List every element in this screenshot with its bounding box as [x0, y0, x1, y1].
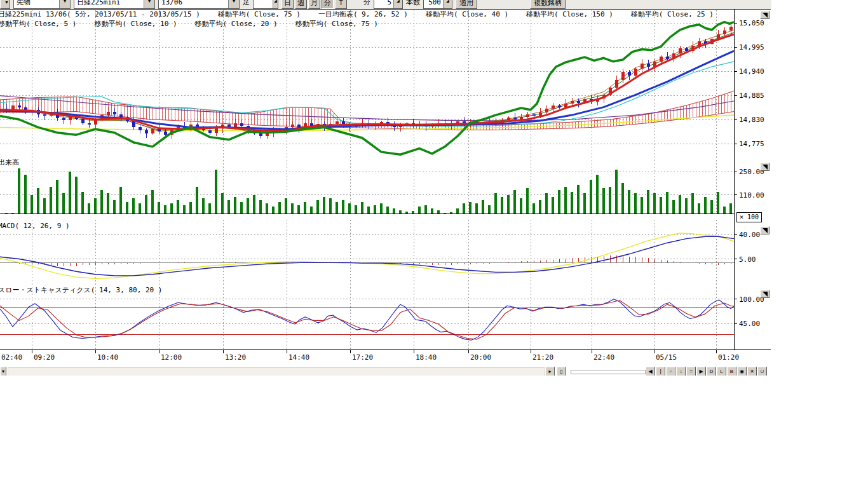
interval-button-group: 日週月分T: [281, 0, 347, 9]
indicator-label: 移動平均( Close, 10 ): [94, 20, 177, 28]
x-tick-label: 18:40: [416, 353, 437, 362]
zoom-slider-track[interactable]: [571, 370, 646, 374]
chevron-down-icon[interactable]: ▼: [228, 0, 239, 8]
indicator-label: 移動平均( Close, 25 ): [631, 10, 714, 18]
interval-button-週[interactable]: 週: [295, 0, 307, 9]
macd-panel-menu-button[interactable]: [760, 226, 770, 234]
stochastics-panel-menu-button[interactable]: [760, 290, 770, 298]
contract-select-value: 13/06: [159, 0, 201, 6]
toolbar-partial-dropdown-button[interactable]: ▼: [0, 0, 10, 9]
volume-panel-menu-button[interactable]: [760, 163, 770, 171]
chart-tool-button-12[interactable]: U: [757, 367, 767, 376]
y-tick-label: 14,995: [739, 43, 764, 51]
apply-button[interactable]: 適用: [456, 0, 477, 9]
chart-tool-button-3[interactable]: ▫: [666, 367, 675, 376]
interval-button-T[interactable]: T: [335, 0, 347, 9]
x-tick-label: 21:20: [532, 353, 553, 362]
spinner-icon[interactable]: ◢: [393, 0, 402, 8]
chart-tool-button-8[interactable]: L: [717, 367, 726, 376]
minute-label: 分: [363, 0, 370, 9]
market-select-value: 先物: [14, 0, 56, 7]
x-tick-label: 14:40: [288, 353, 309, 362]
x-tick-label: 17:20: [352, 353, 373, 362]
y-tick-label: 15,050: [739, 19, 764, 27]
chevron-down-icon[interactable]: ▼: [59, 0, 70, 8]
price-panel-menu-button[interactable]: [760, 11, 770, 19]
x-tick-label: 05/15: [656, 353, 677, 362]
legend-row-1: 日経225mini 13/06( 5分, 2013/05/11 - 2013/0…: [0, 10, 731, 19]
indicator-label: 移動平均( Close, 150 ): [526, 10, 613, 18]
chart-tool-button-7[interactable]: D: [707, 367, 716, 376]
volume-multiplier-badge: × 100: [736, 212, 762, 222]
chart-tool-button-10[interactable]: ◉: [737, 367, 747, 376]
indicator-label: 一目均衡表( 9, 26, 52 ): [318, 10, 408, 18]
x-tick-label: 02:40: [1, 353, 22, 362]
triangle-icon: [763, 165, 768, 170]
indicator-label: 移動平均( Close, 20 ): [195, 20, 278, 28]
contract-select[interactable]: 13/06 ▼: [158, 0, 240, 9]
chart-tool-button-1[interactable]: ◀: [646, 367, 655, 376]
bar-count-input[interactable]: 500 ◢: [423, 0, 452, 9]
triangle-icon: [763, 13, 768, 18]
chart-tool-button-6[interactable]: ▶: [696, 367, 706, 376]
y-tick-label: 14,885: [739, 92, 764, 100]
y-tick-label: 5.00: [739, 255, 756, 264]
y-tick-label: 14,775: [739, 140, 764, 148]
chart-tool-button-9[interactable]: B: [727, 367, 736, 376]
legend-row-2: 移動平均( Close, 5 )移動平均( Close, 10 )移動平均( C…: [0, 19, 396, 29]
triangle-icon: [763, 292, 768, 297]
symbol-select-value: 日経225mini: [74, 0, 123, 7]
chart-canvas[interactable]: 15,05014,99514,94014,88514,83014,775250.…: [0, 0, 771, 376]
chart-window: ▼ 先物 ▼ 日経225mini ▼ 13/06 ▼ 足 ◢ 日週月分T 分 5…: [0, 0, 771, 376]
chevron-down-icon[interactable]: ▼: [144, 0, 154, 8]
x-tick-label: 10:40: [97, 353, 118, 362]
x-tick-label: 22:40: [593, 353, 614, 362]
indicator-label: 移動平均( Close, 75 ): [218, 10, 301, 18]
indicator-label: 日経225mini 13/06( 5分, 2013/05/11 - 2013/0…: [0, 10, 200, 18]
minute-input[interactable]: 5 ◢: [374, 0, 403, 9]
chart-tool-button-11[interactable]: ✕: [747, 367, 757, 376]
x-tick-label: 20:00: [470, 353, 491, 362]
bar-count-label: 本数: [406, 0, 420, 9]
scroll-mid-button[interactable]: ▸: [545, 367, 555, 376]
stochastics-panel-label: スロー・ストキャスティクス( 14, 3, 80, 20 ): [0, 285, 162, 295]
market-select[interactable]: 先物 ▼: [13, 0, 71, 9]
triangle-icon: [763, 228, 768, 233]
y-tick-label: 14,940: [739, 67, 764, 76]
symbol-select[interactable]: 日経225mini ▼: [74, 0, 155, 9]
x-tick-label: 09:20: [34, 353, 55, 362]
chart-tool-button-4[interactable]: ↓: [676, 367, 686, 376]
spinner-icon[interactable]: ◢: [443, 0, 452, 8]
interval-button-月[interactable]: 月: [308, 0, 320, 9]
y-tick-label: 45.00: [739, 320, 760, 328]
x-tick-label: 13:20: [225, 353, 246, 362]
y-tick-label: 110.00: [739, 191, 764, 200]
volume-panel-label: 出来高: [0, 158, 19, 167]
top-toolbar: ▼ 先物 ▼ 日経225mini ▼ 13/06 ▼ 足 ◢ 日週月分T 分 5…: [0, 0, 771, 9]
macd-panel-label: MACD( 12, 26, 9 ): [0, 222, 70, 230]
multi-symbol-button[interactable]: 複数銘柄: [530, 0, 566, 9]
interval-button-分[interactable]: 分: [322, 0, 334, 9]
chart-tool-button-5[interactable]: =: [686, 367, 696, 376]
x-tick-label: 12:00: [161, 353, 182, 362]
x-tick-label: 01:20: [718, 353, 739, 362]
interval-button-日[interactable]: 日: [281, 0, 294, 9]
indicator-label: 移動平均( Close, 5 ): [0, 20, 76, 28]
chart-tool-button-2[interactable]: ❘: [656, 367, 665, 376]
horizontal-scrollbar[interactable]: [8, 367, 545, 376]
bottom-toolbar: ▾ ▸▯◀❘▫↓=▶DLB◉✕U: [0, 366, 771, 376]
y-tick-label: 40.00: [739, 231, 760, 239]
y-tick-label: 14,830: [739, 116, 764, 124]
indicator-label: 移動平均( Close, 75 ): [295, 20, 378, 28]
indicator-label: 移動平均( Close, 40 ): [426, 10, 508, 18]
scroll-mid-button[interactable]: ▯: [557, 367, 566, 376]
spinner-icon[interactable]: ◢: [273, 0, 278, 8]
scroll-left-fragment-button[interactable]: ▾: [0, 367, 6, 376]
ashi-label: 足: [243, 0, 250, 9]
ashi-spinbox[interactable]: ◢: [253, 0, 278, 9]
